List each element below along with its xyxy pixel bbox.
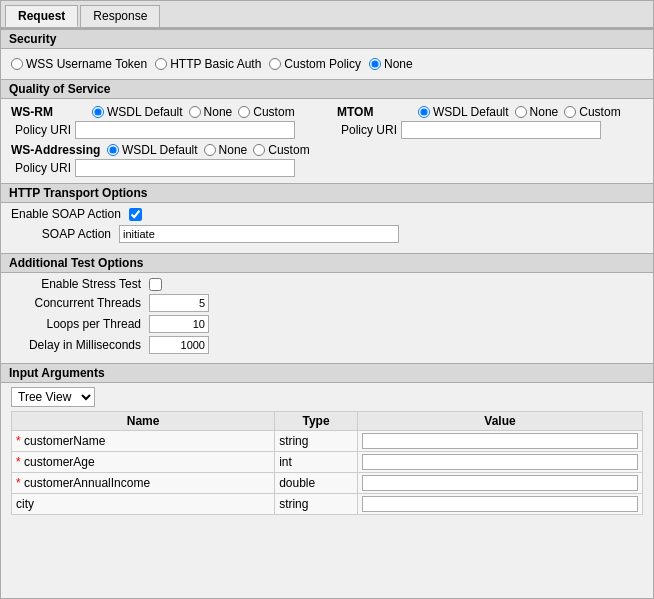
security-basic-radio[interactable] bbox=[155, 58, 167, 70]
wsrm-block: WS-RM WSDL Default None Custom bbox=[11, 105, 317, 139]
table-header-row: Name Type Value bbox=[12, 412, 643, 431]
view-selector: Tree View Form View bbox=[11, 387, 643, 407]
wsaddr-none-item: None bbox=[204, 143, 248, 157]
wsrm-none-item: None bbox=[189, 105, 233, 119]
wsrm-custom-label: Custom bbox=[253, 105, 294, 119]
table-row: * customerName string bbox=[12, 431, 643, 452]
security-wss-radio[interactable] bbox=[11, 58, 23, 70]
security-custom-item: Custom Policy bbox=[269, 57, 361, 71]
security-basic-label: HTTP Basic Auth bbox=[170, 57, 261, 71]
input-args-header: Input Arguments bbox=[1, 363, 653, 383]
row3-value bbox=[357, 473, 642, 494]
http-header: HTTP Transport Options bbox=[1, 183, 653, 203]
security-wss-item: WSS Username Token bbox=[11, 57, 147, 71]
wsaddr-block: WS-Addressing WSDL Default None Custom P… bbox=[11, 143, 643, 177]
wsaddr-wsdl-radio[interactable] bbox=[107, 144, 119, 156]
mtom-none-item: None bbox=[515, 105, 559, 119]
stress-test-label: Enable Stress Test bbox=[11, 277, 141, 291]
enable-soap-row: Enable SOAP Action bbox=[11, 207, 643, 221]
security-header: Security bbox=[1, 29, 653, 49]
mtom-wsdl-radio[interactable] bbox=[418, 106, 430, 118]
enable-soap-label: Enable SOAP Action bbox=[11, 207, 121, 221]
table-row: * customerAge int bbox=[12, 452, 643, 473]
row3-value-input[interactable] bbox=[362, 475, 638, 491]
mtom-wsdl-label: WSDL Default bbox=[433, 105, 509, 119]
col-name: Name bbox=[12, 412, 275, 431]
loops-thread-input[interactable] bbox=[149, 315, 209, 333]
main-window: Request Response Security WSS Username T… bbox=[0, 0, 654, 599]
mtom-label: MTOM bbox=[337, 105, 412, 119]
mtom-custom-item: Custom bbox=[564, 105, 620, 119]
wsaddr-none-radio[interactable] bbox=[204, 144, 216, 156]
soap-action-row: SOAP Action bbox=[11, 225, 643, 243]
wsrm-row: WS-RM WSDL Default None Custom bbox=[11, 105, 317, 119]
table-row: * customerAnnualIncome double bbox=[12, 473, 643, 494]
wsrm-custom-item: Custom bbox=[238, 105, 294, 119]
row2-type: int bbox=[275, 452, 358, 473]
wsrm-policy-row: Policy URI bbox=[11, 121, 317, 139]
qos-row1: WS-RM WSDL Default None Custom bbox=[11, 105, 643, 139]
additional-content: Enable Stress Test Concurrent Threads Lo… bbox=[1, 273, 653, 363]
mtom-none-radio[interactable] bbox=[515, 106, 527, 118]
mtom-custom-radio[interactable] bbox=[564, 106, 576, 118]
concurrent-threads-label: Concurrent Threads bbox=[11, 296, 141, 310]
http-content: Enable SOAP Action SOAP Action bbox=[1, 203, 653, 253]
col-type: Type bbox=[275, 412, 358, 431]
security-basic-item: HTTP Basic Auth bbox=[155, 57, 261, 71]
stress-test-row: Enable Stress Test bbox=[11, 277, 643, 291]
wsrm-none-radio[interactable] bbox=[189, 106, 201, 118]
wsaddr-policy-row: Policy URI bbox=[11, 159, 643, 177]
delay-ms-row: Delay in Milliseconds bbox=[11, 336, 643, 354]
security-custom-label: Custom Policy bbox=[284, 57, 361, 71]
row1-type: string bbox=[275, 431, 358, 452]
wsrm-policy-input[interactable] bbox=[75, 121, 295, 139]
soap-action-input[interactable] bbox=[119, 225, 399, 243]
row1-value bbox=[357, 431, 642, 452]
view-select[interactable]: Tree View Form View bbox=[11, 387, 95, 407]
row1-name: * customerName bbox=[12, 431, 275, 452]
stress-test-checkbox[interactable] bbox=[149, 278, 162, 291]
wsrm-wsdl-label: WSDL Default bbox=[107, 105, 183, 119]
delay-ms-label: Delay in Milliseconds bbox=[11, 338, 141, 352]
delay-ms-input[interactable] bbox=[149, 336, 209, 354]
security-wss-label: WSS Username Token bbox=[26, 57, 147, 71]
wsrm-label: WS-RM bbox=[11, 105, 86, 119]
row4-value bbox=[357, 494, 642, 515]
loops-thread-label: Loops per Thread bbox=[11, 317, 141, 331]
row2-value-input[interactable] bbox=[362, 454, 638, 470]
wsaddr-custom-radio[interactable] bbox=[253, 144, 265, 156]
mtom-row: MTOM WSDL Default None Custom bbox=[337, 105, 643, 119]
mtom-policy-input[interactable] bbox=[401, 121, 601, 139]
input-args-content: Tree View Form View Name Type Value * cu… bbox=[1, 383, 653, 519]
enable-soap-checkbox[interactable] bbox=[129, 208, 142, 221]
wsaddr-policy-input[interactable] bbox=[75, 159, 295, 177]
concurrent-threads-input[interactable] bbox=[149, 294, 209, 312]
wsrm-policy-label: Policy URI bbox=[11, 123, 71, 137]
tab-response[interactable]: Response bbox=[80, 5, 160, 27]
wsaddr-custom-label: Custom bbox=[268, 143, 309, 157]
row3-name: * customerAnnualIncome bbox=[12, 473, 275, 494]
additional-header: Additional Test Options bbox=[1, 253, 653, 273]
security-custom-radio[interactable] bbox=[269, 58, 281, 70]
wsaddr-policy-label: Policy URI bbox=[11, 161, 71, 175]
wsaddr-label: WS-Addressing bbox=[11, 143, 101, 157]
mtom-policy-row: Policy URI bbox=[337, 121, 643, 139]
wsaddr-row: WS-Addressing WSDL Default None Custom bbox=[11, 143, 643, 157]
security-content: WSS Username Token HTTP Basic Auth Custo… bbox=[1, 49, 653, 79]
tab-request[interactable]: Request bbox=[5, 5, 78, 27]
row4-value-input[interactable] bbox=[362, 496, 638, 512]
mtom-wsdl-item: WSDL Default bbox=[418, 105, 509, 119]
args-table: Name Type Value * customerName string * … bbox=[11, 411, 643, 515]
wsrm-wsdl-item: WSDL Default bbox=[92, 105, 183, 119]
wsrm-custom-radio[interactable] bbox=[238, 106, 250, 118]
quality-content: WS-RM WSDL Default None Custom bbox=[1, 99, 653, 183]
row1-value-input[interactable] bbox=[362, 433, 638, 449]
wsaddr-custom-item: Custom bbox=[253, 143, 309, 157]
security-none-label: None bbox=[384, 57, 413, 71]
wsrm-wsdl-radio[interactable] bbox=[92, 106, 104, 118]
mtom-policy-label: Policy URI bbox=[337, 123, 397, 137]
concurrent-threads-row: Concurrent Threads bbox=[11, 294, 643, 312]
security-none-radio[interactable] bbox=[369, 58, 381, 70]
mtom-none-label: None bbox=[530, 105, 559, 119]
wsrm-none-label: None bbox=[204, 105, 233, 119]
